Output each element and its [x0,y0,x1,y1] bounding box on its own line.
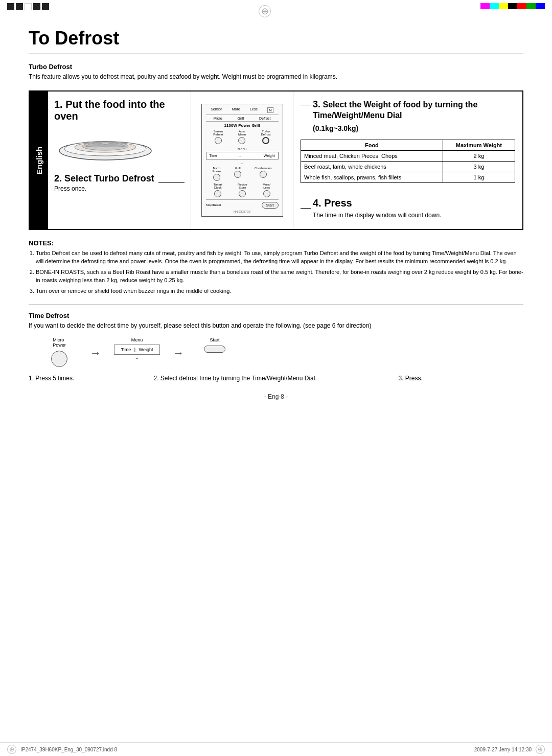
step-2: 2. Select Turbo Defrost Press once. [54,173,185,192]
print-square [42,3,49,10]
bottom-reg-mark-left: ⊕ [7,745,16,754]
td-start-panel: Start [194,337,235,353]
td-step-2-text: 2. Select defrost time by turning the Ti… [154,374,399,383]
file-info: IP2474_39H60KP_Eng_30_090727.indd 8 [20,747,117,752]
step-2-number-text: 2. Select Turbo Defrost [54,173,154,184]
step-1-text: Put the food into the oven [54,99,165,122]
food-weight-3: 1 kg [443,172,515,182]
table-row: Whole fish, scallops, prawns, fish fille… [301,172,515,182]
step-2-sub: Press once. [54,185,154,192]
print-square [25,3,32,10]
time-defrost-diagram: MicroPower → Menu Time | Weight – → Star… [29,337,523,367]
table-row: Minced meat, Chicken Pieces, Chops 2 kg [301,150,515,161]
td-micro-power: MicroPower [39,337,80,367]
color-bar-yellow [499,3,508,9]
mw-power-label: 1100W Power Grill [206,123,279,128]
step-1-number: 1. Put the food into the oven [54,99,185,122]
mw-buttons-row3: Timer/Clock RecipeStore More/Less [206,183,279,197]
step-4: 4. Press The time in the display window … [301,197,515,222]
food-item-1: Minced meat, Chicken Pieces, Chops [301,150,443,161]
color-bar-red [517,3,526,9]
step-4-connector [301,208,311,209]
food-weight-2: 3 kg [443,161,515,172]
mw-modes-row: Micro Grill Defrost [206,117,279,122]
notes-title: NOTES: [29,239,523,247]
registration-mark: ⊕ [259,5,271,17]
weight-table: Food Maximum Weight Minced meat, Chicken… [301,140,515,183]
page-number: - Eng-8 - [264,393,288,400]
color-bar-green [526,3,536,9]
turbo-defrost-intro: This feature allows you to defrost meat,… [29,73,523,81]
step-3: 3. Select the Weight of food by turning … [301,99,515,183]
step-4-title: 4. Press [313,197,441,209]
time-defrost-heading: Time Defrost [29,312,523,319]
bottom-bar: ⊕ IP2474_39H60KP_Eng_30_090727.indd 8 20… [0,742,552,756]
table-row: Beef roast, lamb, whole chickens 3 kg [301,161,515,172]
food-illustration [54,125,156,161]
weight-table-col-food: Food [301,140,443,150]
step-3-title: 3. Select the Weight of food by turning … [313,99,515,121]
td-arrow-2: → [173,347,184,360]
food-item-3: Whole fish, scallops, prawns, fish fille… [301,172,443,182]
main-instructions-box: English 1. Put the food into the oven [29,90,523,230]
td-step-3-text: 3. Press. [399,374,524,383]
step-4-desc: The time in the display window will coun… [313,211,441,220]
td-menu-label: Menu [131,337,143,342]
mw-bottom-buttons: Stop/Reset Start [206,199,279,209]
step-1: 1. Put the food into the oven [54,99,185,164]
time-defrost-section: Time Defrost If you want to decide the d… [29,312,523,383]
notes-section: NOTES: Turbo Defrost can be used to defr… [29,239,523,295]
weight-table-col-max: Maximum Weight [443,140,515,150]
td-display: Time | Weight [114,345,160,355]
td-micro-circle [51,351,67,367]
note-item-3: Turn over or remove or shield food when … [36,287,523,295]
weight-range: (0.1kg~3.0kg) [313,124,515,132]
mw-display: Time – Weight [206,152,279,159]
mw-top-row: Sensor More Less N [206,107,279,115]
steps-left-panel: 1. Put the food into the oven [48,91,191,229]
date-info: 2009-7-27 Jerry 14:12:30 [474,747,532,752]
microwave-diagram: Sensor More Less N Micro Grill Defrost 1… [201,104,283,217]
td-start-label: Start [210,337,219,342]
food-weight-1: 2 kg [443,150,515,161]
food-item-2: Beef roast, lamb, whole chickens [301,161,443,172]
print-square [7,3,14,10]
section-divider [29,304,523,305]
turbo-defrost-heading: Turbo Defrost [29,63,523,71]
note-item-1: Turbo Defrost can be used to defrost man… [36,249,523,266]
td-display-panel: Menu Time | Weight – [111,337,163,360]
time-defrost-intro: If you want to decide the defrost time b… [29,322,523,330]
note-item-2: BONE-IN ROASTS, such as a Beef Rib Roast… [36,268,523,285]
notes-list: Turbo Defrost can be used to defrost man… [29,249,523,295]
microwave-diagram-panel: Sensor More Less N Micro Grill Defrost 1… [191,91,293,229]
time-defrost-steps: 1. Press 5 times. 2. Select defrost time… [29,374,523,383]
steps-right-panel: 3. Select the Weight of food by turning … [293,91,522,229]
print-square [33,3,40,10]
color-bar-black [508,3,517,9]
color-bar-blue [536,3,545,9]
language-label: English [30,91,48,229]
print-square [16,3,23,10]
td-arrow-1: → [90,347,101,360]
bottom-reg-mark-right: ⊕ [536,745,545,754]
turbo-defrost-button-diagram [262,137,269,144]
td-start-button [204,346,225,353]
mw-menu-label: Menu [206,147,279,151]
color-bar-cyan [490,3,499,9]
color-bar-magenta [480,3,490,9]
page-title: To Defrost [29,28,523,54]
step-3-connector [301,105,311,105]
td-step-1-text: 1. Press 5 times. [29,374,154,383]
mw-model: NN-GD579S [206,210,279,213]
page-footer: - Eng-8 - [29,393,523,400]
step-2-connector-line [158,182,185,183]
mw-buttons-row2: MicroPower Grill Combination [206,167,279,181]
mw-buttons-row1: SensorReheat AutoMenu TurboDefrost [206,130,279,144]
